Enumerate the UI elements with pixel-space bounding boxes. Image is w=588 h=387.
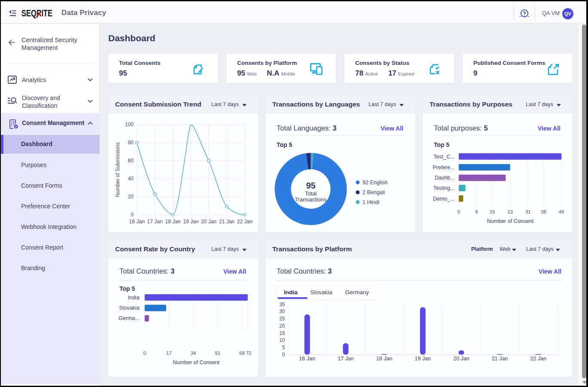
svg-text:20: 20 (279, 323, 285, 329)
svg-text:19 Jan: 19 Jan (183, 219, 198, 225)
svg-text:Number of Submissions: Number of Submissions (115, 142, 121, 197)
svg-text:95: 95 (306, 181, 315, 190)
svg-text:India: India (128, 295, 139, 301)
svg-text:30: 30 (279, 308, 285, 314)
svg-text:8: 8 (475, 209, 478, 214)
svg-text:34: 34 (191, 350, 196, 356)
svg-text:17 Jan: 17 Jan (147, 219, 163, 225)
svg-text:92 English: 92 English (363, 180, 387, 186)
svg-text:Number of Consent: Number of Consent (173, 360, 220, 366)
svg-text:Number of Consent: Number of Consent (487, 218, 534, 224)
svg-text:Germa...: Germa... (119, 315, 140, 321)
svg-text:1 Hindi: 1 Hindi (363, 199, 379, 205)
svg-text:?: ? (523, 11, 526, 17)
svg-text:16 Jan: 16 Jan (129, 219, 145, 225)
svg-text:0: 0 (131, 212, 134, 218)
svg-text:15: 15 (279, 330, 285, 336)
svg-text:51: 51 (215, 350, 220, 356)
svg-text:35: 35 (279, 302, 285, 308)
svg-text:21 Jan: 21 Jan (219, 219, 235, 225)
svg-text:Total: Total (305, 190, 317, 197)
svg-text:21 Jan: 21 Jan (492, 356, 508, 362)
svg-text:2 Bengali: 2 Bengali (363, 189, 385, 195)
svg-text:17 Jan: 17 Jan (338, 356, 354, 362)
svg-text:Slovakia: Slovakia (119, 305, 139, 311)
svg-text:20 Jan: 20 Jan (201, 219, 216, 225)
svg-text:22 Jan: 22 Jan (530, 356, 547, 362)
svg-text:19 Jan: 19 Jan (415, 356, 431, 362)
svg-text:17: 17 (166, 350, 172, 356)
svg-text:40: 40 (128, 176, 134, 182)
svg-text:31: 31 (525, 209, 531, 214)
svg-text:0: 0 (143, 350, 146, 356)
svg-text:18 Jan: 18 Jan (376, 356, 393, 362)
svg-text:15: 15 (490, 209, 495, 214)
svg-text:0: 0 (282, 352, 285, 358)
svg-text:10: 10 (279, 337, 285, 343)
svg-text:18 Jan: 18 Jan (165, 219, 180, 225)
svg-text:23: 23 (507, 209, 513, 214)
svg-text:Dashb...: Dashb... (435, 175, 455, 181)
svg-text:16 Jan: 16 Jan (299, 356, 315, 362)
svg-text:25: 25 (279, 316, 285, 322)
svg-text:68: 68 (239, 350, 245, 356)
svg-text:72: 72 (246, 350, 251, 356)
svg-text:Test_C...: Test_C... (433, 154, 454, 160)
svg-text:80: 80 (128, 140, 134, 146)
svg-text:0: 0 (457, 209, 460, 214)
svg-text:Demo_...: Demo_... (433, 196, 455, 202)
svg-text:20 Jan: 20 Jan (453, 356, 469, 362)
svg-text:100: 100 (125, 122, 134, 128)
svg-text:5: 5 (282, 344, 285, 350)
svg-text:Prefere...: Prefere... (433, 165, 454, 171)
svg-text:22 Jan: 22 Jan (237, 219, 253, 225)
svg-text:46: 46 (559, 209, 564, 214)
svg-text:Testing...: Testing... (433, 185, 455, 191)
svg-text:Transactions: Transactions (295, 196, 327, 203)
svg-text:20: 20 (128, 194, 134, 200)
svg-text:38: 38 (541, 209, 546, 214)
svg-text:60: 60 (128, 158, 134, 164)
